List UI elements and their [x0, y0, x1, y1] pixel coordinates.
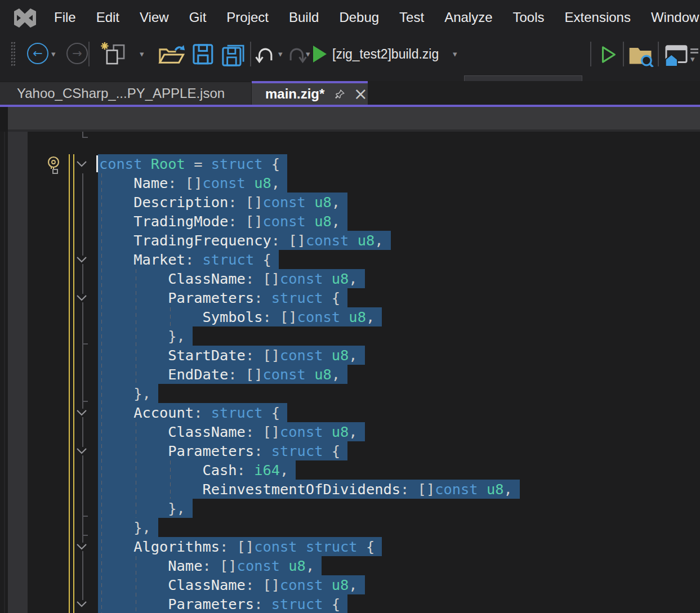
selected-text: ClassName: []const u8, [98, 269, 365, 288]
toolbar-grip[interactable] [11, 42, 16, 67]
title-bar: FileEditViewGitProjectBuildDebugTestAnal… [0, 0, 700, 35]
code-line[interactable]: Name: []const u8, [99, 173, 287, 193]
run-target-dropdown[interactable]: ▾ [453, 49, 457, 59]
indent-guide [170, 460, 171, 499]
fold-chevron-icon[interactable] [75, 256, 88, 264]
navigate-backward-button[interactable]: ← [27, 43, 48, 64]
solution-explorer-home-icon[interactable] [663, 44, 689, 66]
code-line[interactable]: Parameters: struct { [99, 288, 347, 307]
code-line[interactable]: Description: []const u8, [99, 193, 347, 212]
new-project-dropdown[interactable]: ▾ [140, 49, 144, 59]
editor-navigation-strip [8, 107, 700, 132]
menu-debug[interactable]: Debug [329, 10, 389, 25]
start-without-debug-icon[interactable] [599, 45, 618, 64]
code-line[interactable]: }, [99, 384, 158, 403]
code-line[interactable]: ClassName: []const u8, [99, 575, 365, 594]
toolbar-separator [250, 42, 251, 66]
search-solution-explorer-icon[interactable] [628, 43, 654, 67]
undo-dropdown[interactable]: ▾ [278, 49, 283, 59]
selected-text: }, [98, 499, 193, 518]
editor-margin[interactable] [8, 132, 28, 613]
fold-chevron-icon[interactable] [75, 294, 88, 302]
fold-rail [82, 173, 83, 600]
undo-icon[interactable] [255, 45, 275, 63]
tab-label: Yahoo_CSharp_...PY_APPLE.json [0, 86, 225, 101]
code-line[interactable]: Parameters: struct { [99, 441, 347, 460]
code-line[interactable]: ClassName: []const u8, [99, 422, 365, 441]
selected-text: ReinvestmentOfDividends: []const u8, [98, 480, 520, 499]
start-debug-icon[interactable] [313, 46, 327, 62]
open-folder-icon[interactable] [158, 43, 187, 66]
toolbar-separator [88, 42, 90, 66]
document-tab-bar: Yahoo_CSharp_...PY_APPLE.json main.zig* … [0, 81, 700, 107]
code-line[interactable]: }, [99, 518, 158, 537]
code-line[interactable]: StartDate: []const u8, [99, 346, 365, 365]
visual-studio-logo [11, 7, 37, 29]
fold-chevron-icon[interactable] [75, 600, 88, 608]
selected-text: }, [98, 384, 158, 403]
lightbulb-icon[interactable] [46, 155, 62, 174]
menu-window[interactable]: Window [641, 10, 700, 25]
menu-build[interactable]: Build [279, 10, 329, 25]
selected-text: }, [98, 326, 193, 346]
selected-text: TradingFrequency: []const u8, [98, 231, 391, 250]
toolbar-separator [623, 42, 624, 66]
code-line[interactable]: Cash: i64, [99, 460, 296, 480]
fold-region-end [82, 401, 88, 402]
menu-edit[interactable]: Edit [86, 10, 130, 25]
navigate-forward-button[interactable]: → [66, 43, 88, 64]
menu-bar: FileEditViewGitProjectBuildDebugTestAnal… [44, 0, 700, 35]
code-line[interactable]: TradingMode: []const u8, [99, 212, 347, 231]
redo-icon[interactable] [287, 45, 307, 63]
fold-chevron-icon[interactable] [75, 543, 88, 551]
code-line[interactable]: const Root = struct { [99, 154, 287, 173]
fold-chevron-icon[interactable] [75, 447, 88, 455]
save-all-icon[interactable] [221, 43, 246, 68]
new-project-icon[interactable] [100, 42, 128, 66]
menu-project[interactable]: Project [216, 10, 279, 25]
menu-git[interactable]: Git [179, 10, 217, 25]
indent-guide [136, 269, 136, 384]
menu-analyze[interactable]: Analyze [434, 10, 502, 25]
selected-text: Algorithms: []const struct { [98, 537, 382, 556]
menu-extensions[interactable]: Extensions [555, 10, 641, 25]
save-icon[interactable] [191, 43, 215, 66]
code-line[interactable]: ReinvestmentOfDividends: []const u8, [99, 480, 520, 499]
code-line[interactable]: Algorithms: []const struct { [99, 537, 382, 556]
menu-file[interactable]: File [44, 10, 86, 25]
tab-yahoo-json[interactable]: Yahoo_CSharp_...PY_APPLE.json [0, 82, 251, 105]
code-line[interactable]: }, [99, 499, 193, 518]
toolbar-separator [658, 42, 659, 66]
toolbar-overflow-icon[interactable]: ▾ [690, 46, 699, 63]
selected-text: TradingMode: []const u8, [98, 212, 347, 231]
redo-dropdown[interactable]: ▾ [306, 49, 310, 59]
fold-region-end [82, 535, 88, 536]
indent-guide [136, 422, 136, 518]
modified-lines-trackbar [69, 154, 74, 613]
code-editor[interactable]: const Root = struct { Name: []const u8, … [0, 132, 700, 613]
code-line[interactable]: Market: struct { [99, 250, 279, 269]
code-line[interactable]: Symbols: []const u8, [99, 307, 382, 326]
run-target-label[interactable]: [zig_test2]build.zig [332, 35, 439, 73]
pin-icon[interactable] [335, 87, 346, 101]
tab-main-zig[interactable]: main.zig* × [252, 81, 368, 105]
indent-guide [136, 556, 136, 613]
selected-text: ClassName: []const u8, [98, 575, 365, 594]
menu-test[interactable]: Test [389, 10, 434, 25]
code-line[interactable]: Name: []const u8, [99, 556, 322, 575]
fold-chevron-icon[interactable] [75, 160, 88, 168]
code-line[interactable]: Parameters: struct { [99, 594, 347, 613]
selected-text: Market: struct { [98, 250, 279, 269]
navigate-backward-dropdown[interactable]: ▾ [51, 49, 56, 59]
toolbar-separator [590, 42, 591, 66]
code-line[interactable]: ClassName: []const u8, [99, 269, 365, 288]
menu-tools[interactable]: Tools [503, 10, 555, 25]
code-line[interactable]: Account: struct { [99, 403, 287, 422]
code-line[interactable]: TradingFrequency: []const u8, [99, 231, 391, 250]
selected-text: ClassName: []const u8, [98, 422, 365, 441]
fold-chevron-icon[interactable] [75, 409, 88, 417]
code-line[interactable]: EndDate: []const u8, [99, 365, 347, 384]
code-line[interactable]: }, [99, 326, 193, 346]
close-icon[interactable]: × [354, 88, 368, 100]
menu-view[interactable]: View [130, 10, 179, 25]
